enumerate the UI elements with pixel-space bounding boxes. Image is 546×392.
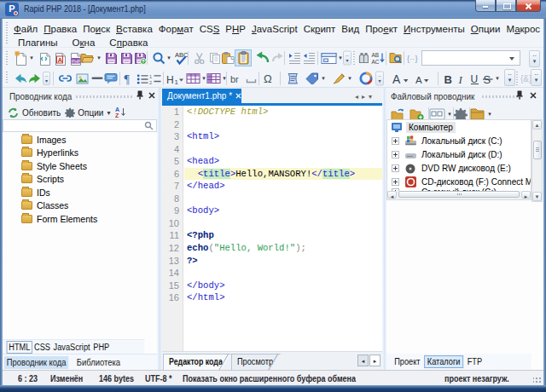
svg-text:Ω: Ω <box>264 72 272 84</box>
svg-text:A: A <box>415 75 422 85</box>
svg-text:br: br <box>230 74 239 84</box>
svg-text:A: A <box>58 56 63 64</box>
svg-text:Z: Z <box>115 112 119 118</box>
svg-text:ABC: ABC <box>175 51 189 59</box>
svg-text:1: 1 <box>175 78 179 84</box>
svg-text:B: B <box>444 72 452 85</box>
svg-text:A: A <box>392 72 401 85</box>
svg-text:AC: AC <box>372 59 380 65</box>
svg-text:U: U <box>471 72 479 84</box>
svg-text:1: 1 <box>149 73 152 78</box>
svg-text:I: I <box>458 72 463 85</box>
svg-text:A: A <box>115 107 119 112</box>
svg-text:{··}: {··} <box>407 54 418 63</box>
svg-text:AB: AB <box>372 52 380 58</box>
svg-text:¶: ¶ <box>125 72 131 85</box>
svg-text:2: 2 <box>149 79 152 84</box>
svg-text:H: H <box>166 73 174 84</box>
